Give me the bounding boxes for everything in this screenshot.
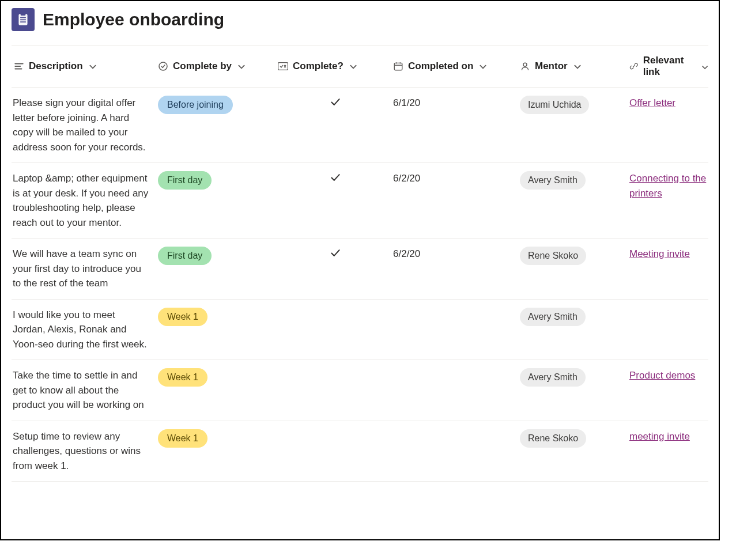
mentor-chip: Avery Smith [520,308,586,326]
status-pill: Week 1 [158,308,207,326]
column-header-complete[interactable]: Complete? [278,55,393,78]
chevron-down-icon [349,62,357,70]
clipboard-icon [12,8,35,31]
cell-completed-on[interactable]: 6/1/20 [393,96,520,111]
column-label: Mentor [535,60,568,72]
mentor-chip: Avery Smith [520,368,586,387]
column-header-mentor[interactable]: Mentor [520,55,629,78]
column-label: Relevant link [643,55,696,78]
table-row: Setup time to review any challenges, que… [12,421,708,482]
column-label: Description [29,60,83,72]
svg-rect-1 [21,13,26,16]
column-header-description[interactable]: Description [12,55,158,78]
cell-mentor[interactable]: Avery Smith [520,308,629,326]
chevron-down-icon [701,62,708,70]
mentor-chip: Avery Smith [520,171,586,190]
column-header-complete-by[interactable]: Complete by [158,55,278,78]
cell-complete-by[interactable]: Week 1 [158,429,278,448]
table-row: We will have a team sync on your first d… [12,239,708,300]
svg-point-5 [159,62,167,70]
relevant-link[interactable]: Product demos [629,370,695,381]
cell-description[interactable]: Take the time to settle in and get to kn… [12,368,158,413]
mentor-chip: Rene Skoko [520,247,586,265]
column-header-relevant-link[interactable]: Relevant link [629,55,708,78]
cell-relevant-link[interactable]: Product demos [629,368,708,383]
cell-complete[interactable] [278,96,393,108]
status-pill: Before joining [158,96,233,114]
checkmark-icon [329,171,342,184]
table-row: Take the time to settle in and get to kn… [12,360,708,421]
relevant-link[interactable]: meeting invite [629,431,690,442]
calendar-icon [393,61,403,71]
relevant-link[interactable]: Connecting to the printers [629,173,706,199]
cell-mentor[interactable]: Izumi Uchida [520,96,629,114]
mentor-chip: Izumi Uchida [520,96,589,114]
yes-no-icon [278,61,288,71]
cell-mentor[interactable]: Avery Smith [520,368,629,387]
relevant-link[interactable]: Meeting invite [629,248,690,259]
cell-description[interactable]: Laptop &amp; other equipment is at your … [12,171,158,230]
cell-complete-by[interactable]: Before joining [158,96,278,114]
chevron-down-icon [573,62,582,70]
onboarding-table: Description Complete by Complete? [1,45,719,482]
status-pill: Week 1 [158,368,207,387]
table-header-row: Description Complete by Complete? [12,45,708,88]
relevant-link[interactable]: Offer letter [629,97,675,108]
check-circle-icon [158,61,168,71]
cell-complete[interactable] [278,171,393,184]
page-header: Employee onboarding [1,1,719,45]
text-icon [14,61,24,71]
cell-mentor[interactable]: Avery Smith [520,171,629,190]
checkmark-icon [329,96,342,108]
checkmark-icon [329,247,342,259]
svg-point-8 [523,63,527,66]
cell-relevant-link[interactable]: meeting invite [629,429,708,444]
cell-mentor[interactable]: Rene Skoko [520,247,629,265]
column-label: Completed on [408,60,473,72]
table-row: Please sign your digital offer letter be… [12,88,708,163]
cell-completed-on[interactable]: 6/2/20 [393,247,520,262]
mentor-chip: Rene Skoko [520,429,586,448]
table-row: I would like you to meet Jordan, Alexis,… [12,300,708,361]
svg-rect-2 [20,17,26,18]
cell-description[interactable]: I would like you to meet Jordan, Alexis,… [12,308,158,352]
column-label: Complete by [173,60,232,72]
cell-complete-by[interactable]: First day [158,247,278,265]
person-icon [520,61,530,71]
cell-relevant-link[interactable]: Offer letter [629,96,708,111]
svg-rect-4 [20,21,26,22]
cell-relevant-link[interactable]: Connecting to the printers [629,171,708,200]
svg-rect-3 [20,19,26,20]
column-label: Complete? [293,60,344,72]
chevron-down-icon [237,62,246,70]
cell-relevant-link[interactable]: Meeting invite [629,247,708,262]
page-title: Employee onboarding [43,10,224,29]
chevron-down-icon [479,62,487,70]
link-icon [629,61,639,71]
cell-completed-on[interactable]: 6/2/20 [393,171,520,186]
chevron-down-icon [89,62,97,70]
svg-rect-6 [278,63,288,70]
cell-complete[interactable] [278,247,393,259]
cell-description[interactable]: We will have a team sync on your first d… [12,247,158,291]
column-header-completed-on[interactable]: Completed on [393,55,520,78]
status-pill: Week 1 [158,429,207,448]
cell-description[interactable]: Please sign your digital offer letter be… [12,96,158,154]
cell-complete-by[interactable]: Week 1 [158,368,278,387]
table-row: Laptop &amp; other equipment is at your … [12,163,708,239]
cell-complete-by[interactable]: First day [158,171,278,190]
cell-mentor[interactable]: Rene Skoko [520,429,629,448]
cell-description[interactable]: Setup time to review any challenges, que… [12,429,158,474]
status-pill: First day [158,247,212,265]
status-pill: First day [158,171,212,190]
svg-rect-7 [394,63,402,70]
table-body: Please sign your digital offer letter be… [12,88,708,482]
cell-complete-by[interactable]: Week 1 [158,308,278,326]
